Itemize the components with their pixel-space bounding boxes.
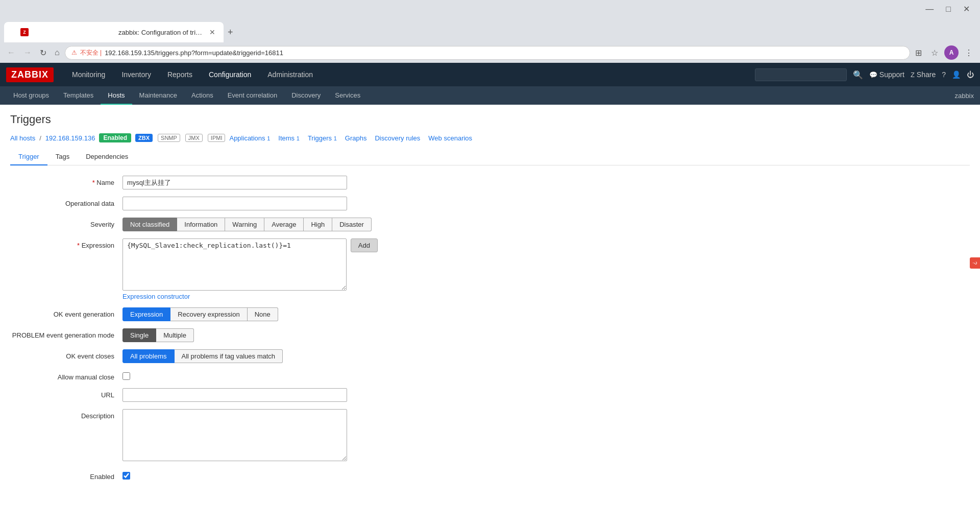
share-link[interactable]: Z Share [911, 70, 936, 79]
reload-button[interactable]: ↻ [37, 46, 50, 60]
ok-event-recovery[interactable]: Recovery expression [170, 307, 247, 321]
expression-wrap: {MySQL_Slave1:check_replication.last()}=… [122, 238, 378, 291]
allow-manual-checkbox-wrap [122, 370, 378, 380]
active-tab[interactable]: Z zabbix: Configuration of trigg... ✕ [4, 22, 224, 42]
url-row: URL [10, 388, 970, 402]
search-icon[interactable]: 🔍 [853, 70, 863, 80]
expression-label: * Expression [10, 238, 122, 249]
description-label: Description [10, 409, 122, 420]
user-icon[interactable]: 👤 [952, 70, 961, 79]
operational-data-row: Operational data [10, 197, 970, 210]
severity-warning[interactable]: Warning [225, 218, 264, 231]
expression-constructor-link[interactable]: Expression constructor [122, 293, 378, 300]
close-button[interactable]: ✕ [959, 3, 974, 15]
subnav-templates[interactable]: Templates [56, 86, 101, 105]
problem-mode-toggle-group: Single Multiple [122, 328, 378, 342]
url-input[interactable] [122, 388, 347, 402]
host-tab-applications[interactable]: Applications 1 [229, 134, 270, 142]
ok-closes-tag-match[interactable]: All problems if tag values match [175, 349, 283, 363]
problem-mode-multiple[interactable]: Multiple [156, 328, 194, 342]
problem-mode-field: Single Multiple [122, 328, 378, 342]
enabled-checkbox[interactable] [122, 472, 130, 480]
subnav-services[interactable]: Services [328, 86, 368, 105]
minimize-button[interactable]: — [921, 4, 938, 15]
zabbix-logo[interactable]: ZABBIX [6, 67, 54, 82]
enabled-status-badge: Enabled [99, 133, 131, 142]
operational-data-input[interactable] [122, 197, 347, 210]
tab-trigger[interactable]: Trigger [10, 149, 47, 165]
bookmark-button[interactable]: ☆ [928, 46, 941, 60]
browser-right-controls: ⊞ ☆ A ⋮ [912, 45, 976, 60]
maximize-button[interactable]: □ [942, 4, 955, 15]
nav-reports[interactable]: Reports [159, 63, 201, 86]
name-label: * Name [10, 176, 122, 186]
host-tab-discovery-rules[interactable]: Discovery rules [375, 134, 420, 142]
severity-row: Severity Not classified Information Warn… [10, 218, 970, 231]
enabled-checkbox-wrap [122, 470, 378, 480]
problem-mode-row: PROBLEM event generation mode Single Mul… [10, 328, 970, 342]
subnav-hosts[interactable]: Hosts [101, 86, 132, 105]
top-nav-right: 🔍 💬 Support Z Share ? 👤 ⏻ [755, 68, 974, 81]
expression-textarea[interactable]: {MySQL_Slave1:check_replication.last()}=… [122, 238, 347, 291]
severity-disaster[interactable]: Disaster [332, 218, 372, 231]
search-input[interactable] [755, 68, 847, 81]
ok-closes-all-problems[interactable]: All problems [122, 349, 175, 363]
host-tab-web-scenarios[interactable]: Web scenarios [428, 134, 472, 142]
subnav-maintenance[interactable]: Maintenance [132, 86, 184, 105]
subnav-event-correlation[interactable]: Event correlation [220, 86, 285, 105]
severity-not-classified[interactable]: Not classified [122, 218, 177, 231]
home-button[interactable]: ⌂ [52, 46, 63, 59]
breadcrumb-host[interactable]: 192.168.159.136 [45, 134, 95, 142]
severity-group: Not classified Information Warning Avera… [122, 218, 378, 231]
nav-configuration[interactable]: Configuration [201, 63, 259, 86]
allow-manual-checkbox[interactable] [122, 372, 130, 380]
url-text[interactable]: 192.168.159.135/triggers.php?form=update… [105, 49, 903, 57]
breadcrumb-all-hosts[interactable]: All hosts [10, 134, 35, 142]
name-input[interactable] [122, 176, 347, 189]
translate-button[interactable]: ⊞ [912, 46, 925, 60]
host-tab-items[interactable]: Items 1 [278, 134, 300, 142]
tab-dependencies[interactable]: Dependencies [78, 149, 136, 165]
nav-administration[interactable]: Administration [259, 63, 321, 86]
ok-event-none[interactable]: None [248, 307, 278, 321]
applications-count: 1 [267, 135, 270, 141]
support-link[interactable]: 💬 Support [869, 70, 904, 79]
ok-event-field: Expression Recovery expression None [122, 307, 378, 321]
url-field [122, 388, 378, 402]
description-textarea[interactable] [122, 409, 347, 461]
enabled-field [122, 470, 378, 480]
back-button[interactable]: ← [4, 46, 18, 59]
subnav-actions[interactable]: Actions [184, 86, 220, 105]
triggers-count: 1 [334, 135, 337, 141]
jmx-badge[interactable]: JMX [185, 134, 203, 142]
host-tab-graphs[interactable]: Graphs [345, 134, 367, 142]
zabbix-app: ZABBIX Monitoring Inventory Reports Conf… [0, 63, 980, 496]
severity-average[interactable]: Average [264, 218, 304, 231]
right-hint-panel[interactable]: ? [970, 257, 980, 269]
severity-information[interactable]: Information [177, 218, 225, 231]
ipmi-badge[interactable]: IPMI [208, 134, 226, 142]
logout-icon[interactable]: ⏻ [967, 70, 974, 79]
help-icon[interactable]: ? [942, 70, 946, 79]
tab-close-icon[interactable]: ✕ [209, 28, 215, 36]
sub-nav-username: zabbix [954, 92, 974, 100]
subnav-host-groups[interactable]: Host groups [6, 86, 56, 105]
zbx-badge[interactable]: ZBX [135, 134, 153, 142]
more-button[interactable]: ⋮ [962, 46, 976, 60]
nav-monitoring[interactable]: Monitoring [64, 63, 113, 86]
tab-tags[interactable]: Tags [47, 149, 78, 165]
items-count: 1 [297, 135, 300, 141]
subnav-discovery[interactable]: Discovery [284, 86, 328, 105]
new-tab-button[interactable]: + [224, 25, 237, 40]
forward-button[interactable]: → [20, 46, 35, 59]
nav-inventory[interactable]: Inventory [113, 63, 159, 86]
severity-high[interactable]: High [304, 218, 332, 231]
problem-mode-single[interactable]: Single [122, 328, 156, 342]
snmp-badge[interactable]: SNMP [158, 134, 180, 142]
ok-event-expression[interactable]: Expression [122, 307, 170, 321]
host-tab-triggers[interactable]: Triggers 1 [308, 134, 337, 142]
profile-avatar[interactable]: A [944, 45, 959, 60]
sub-nav: Host groups Templates Hosts Maintenance … [0, 86, 980, 105]
expression-add-button[interactable]: Add [351, 238, 378, 252]
avatar-initial: A [949, 49, 954, 56]
